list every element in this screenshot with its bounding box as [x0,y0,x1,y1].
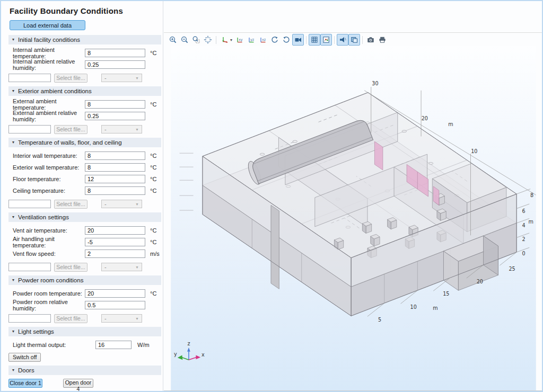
x-tick: 15 [443,291,449,297]
bottom-divider [164,390,543,391]
internal-ambient-relative-humidity-input[interactable] [85,60,145,69]
scene-light-icon [338,35,347,44]
unit-label: °C [150,176,156,182]
powder-room-relative-humidity-input[interactable] [85,301,145,309]
field-label: Ceiling temperature: [13,188,85,194]
view-xz-button[interactable]: xz [257,34,269,46]
file-path-input[interactable] [8,74,51,82]
file-path-input[interactable] [8,200,51,208]
select-file-button: Select file... [54,263,87,272]
vent-air-temperature-input[interactable] [85,226,145,235]
plot-settings-button[interactable] [320,34,332,46]
file-dropdown-value: - [104,126,107,132]
section-title: Initial facility conditions [18,37,80,43]
graphics-canvas[interactable]: 30 20 m 10 8 6 m 4 2 0 5 10 m 15 20 25 [164,46,543,390]
switch-off-button[interactable]: Switch off [8,353,41,362]
section-initial-facility-conditions: ▾Initial facility conditionsInternal amb… [8,35,161,83]
ceiling-temperature-input[interactable] [85,186,145,195]
field-row-internal-ambient-relative-humidity: Internal ambient relative humidity: [13,60,161,69]
chevron-down-icon: ▼ [135,317,139,320]
air-handling-unit-temperature-input[interactable] [85,238,145,246]
powder-room-temperature-input[interactable] [85,289,145,298]
zoom-box-button[interactable] [190,34,202,46]
view-yz-icon: yz [247,35,256,44]
close-door-1-button[interactable]: Close door 1 [8,379,42,388]
field-label: Light thermal output: [13,342,85,348]
section-header-temperature-of-walls-floor-and-ceiling[interactable]: ▾Temperature of walls, floor, and ceilin… [8,138,161,147]
print-icon [378,35,387,44]
rotate-ccw-button[interactable] [269,34,281,46]
chevron-down-icon: ▼ [135,76,139,80]
zoom-out-icon [180,35,189,44]
environment-button[interactable] [348,34,360,46]
grid-button[interactable] [309,34,320,46]
interior-wall-temperature-input[interactable] [85,152,145,160]
y-tick: 20 [422,115,428,121]
z-axis-unit: m [528,219,533,225]
field-row-exterior-wall-temperature: Exterior wall temperature:°C [13,163,161,172]
unit-label: °C [150,188,156,194]
section-light-settings: ▾Light settingsLight thermal output:W/mS… [8,327,161,362]
open-door-4-button[interactable]: Open door 4 [63,379,93,388]
file-path-input[interactable] [8,125,51,133]
zoom-out-button[interactable] [179,34,190,46]
y-axis-unit: m [448,121,453,127]
chevron-down-icon: ▼ [135,265,139,269]
section-exterior-ambient-conditions: ▾Exterior ambient conditionsExternal amb… [8,86,161,134]
graphics-area[interactable]: 30 20 m 10 8 6 m 4 2 0 5 10 m 15 20 25 [164,46,543,390]
toolbar-divider [164,32,543,33]
zoom-in-button[interactable] [167,34,179,46]
file-path-input[interactable] [8,314,51,323]
load-external-data-button[interactable]: Load external data [10,20,85,30]
print-button[interactable] [376,34,388,46]
unit-label: °C [150,50,156,56]
x-tick: 20 [477,279,483,284]
field-label: External ambient temperature: [13,98,85,111]
toolbar-separator [216,36,216,44]
view-xy-button[interactable]: xy [234,34,246,46]
internal-ambient-temperature-input[interactable] [85,49,145,57]
view-yz-button[interactable]: yz [246,34,257,46]
external-ambient-temperature-input[interactable] [85,100,145,109]
section-header-ventilation-settings[interactable]: ▾Ventilation settings [8,212,161,222]
sections-container: ▾Initial facility conditionsInternal amb… [8,35,163,392]
perspective-icon [294,35,302,44]
view-dropdown-caret-icon[interactable]: ▾ [230,38,232,42]
section-title: Doors [18,367,34,373]
floor-temperature-input[interactable] [85,175,145,183]
external-ambient-relative-humidity-input[interactable] [85,112,145,120]
light-thermal-output-input[interactable] [95,341,132,349]
section-header-exterior-ambient-conditions[interactable]: ▾Exterior ambient conditions [8,86,161,96]
field-row-external-ambient-relative-humidity: External ambient relative humidity: [13,111,161,120]
rotate-cw-button[interactable] [281,34,292,46]
field-label: Powder room relative humidity: [13,299,85,311]
z-tick: 8 [530,192,533,198]
default-view-button[interactable] [218,34,230,46]
section-header-powder-room-conditions[interactable]: ▾Powder room conditions [8,275,161,285]
section-header-light-settings[interactable]: ▾Light settings [8,327,161,336]
section-header-doors[interactable]: ▾Doors [8,366,161,375]
screenshot-button[interactable] [365,34,376,46]
vent-flow-speed-input[interactable] [85,250,145,258]
x-tick: 5 [378,317,381,323]
unit-label: °C [150,227,156,234]
chevron-down-icon: ▼ [135,202,139,206]
field-row-air-handling-unit-temperature: Air handling unit temperature:°C [13,237,161,246]
select-file-button: Select file... [54,314,87,323]
x-axis-unit: m [433,305,437,311]
field-label: Floor temperature: [13,176,85,182]
perspective-button[interactable] [292,34,304,46]
file-row: Select file...-▼ [8,314,161,323]
unit-label: °C [150,290,156,297]
scene-light-button[interactable] [337,34,348,46]
rotate-ccw-icon [270,35,279,44]
section-doors: ▾DoorsClose door 1Open door 4Close door … [8,366,161,392]
settings-panel: Facility Boundary Conditions Load extern… [1,1,163,391]
file-dropdown: -▼ [101,74,142,82]
section-header-initial-facility-conditions[interactable]: ▾Initial facility conditions [8,35,161,44]
field-row-interior-wall-temperature: Interior wall temperature:°C [13,151,161,160]
exterior-wall-temperature-input[interactable] [85,163,145,172]
file-path-input[interactable] [8,263,51,271]
default-view-icon [220,35,229,44]
zoom-extents-button[interactable] [202,34,214,46]
